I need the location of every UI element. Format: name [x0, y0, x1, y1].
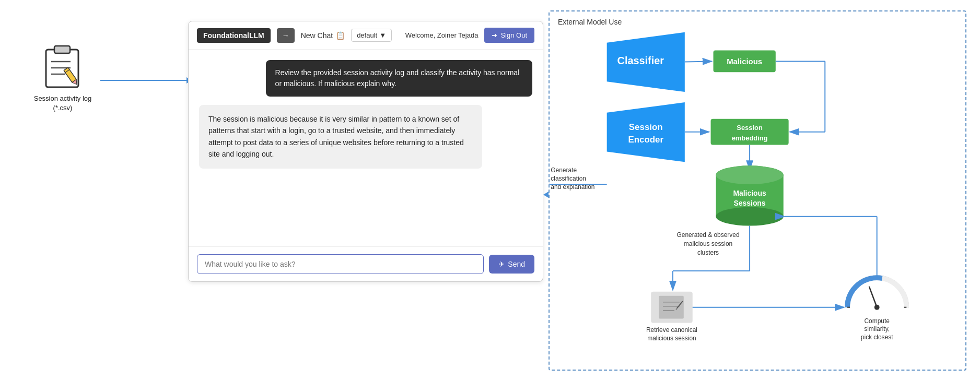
svg-rect-1 [54, 46, 70, 53]
svg-text:clusters: clusters [697, 249, 719, 256]
svg-rect-15 [711, 119, 789, 145]
svg-text:Session: Session [737, 124, 763, 132]
classifier-shape [607, 32, 685, 92]
chat-messages: Review the provided session activity log… [189, 50, 543, 246]
left-section: Session activity log (*.csv) [16, 42, 110, 113]
svg-rect-25 [716, 175, 783, 217]
clipboard-icon [42, 42, 84, 89]
svg-rect-13 [713, 51, 775, 73]
svg-text:Compute: Compute [864, 317, 890, 325]
copy-icon: 📋 [336, 31, 345, 40]
svg-text:pick closest: pick closest [861, 334, 893, 341]
send-button[interactable]: ✈ Send [489, 255, 534, 274]
svg-text:Generated & observed: Generated & observed [677, 231, 740, 239]
diagram-container: External Model Use Classifier Session En… [549, 10, 966, 371]
chat-logo: FoundationalLLM [197, 28, 271, 43]
left-to-chat-arrow [100, 77, 192, 84]
svg-text:Malicious: Malicious [733, 189, 766, 197]
svg-text:Session: Session [629, 122, 663, 132]
svg-rect-45 [659, 296, 684, 319]
svg-point-26 [716, 207, 783, 226]
svg-text:malicious session: malicious session [647, 335, 696, 342]
chat-input[interactable] [197, 254, 484, 274]
diagram-title: External Model Use [558, 18, 622, 26]
svg-line-49 [677, 301, 683, 308]
diagram-svg: Classifier Session Encoder Malicious Ses… [550, 11, 965, 370]
svg-point-27 [716, 165, 783, 184]
svg-text:Retrieve canonical: Retrieve canonical [646, 326, 697, 334]
chevron-down-icon: ▼ [379, 31, 386, 39]
send-icon: ✈ [498, 260, 505, 268]
svg-text:malicious session: malicious session [684, 240, 732, 247]
dropdown-button[interactable]: default ▼ [351, 29, 392, 42]
svg-text:embedding: embedding [732, 134, 768, 142]
svg-text:similarity,: similarity, [864, 325, 890, 332]
chat-arrow-button[interactable]: → [277, 28, 295, 43]
new-chat-label: New Chat 📋 [301, 31, 345, 40]
svg-text:Classifier: Classifier [617, 55, 664, 66]
svg-line-37 [869, 287, 877, 307]
chat-container: FoundationalLLM → New Chat 📋 default ▼ W… [188, 21, 543, 282]
welcome-text: Welcome, Zoiner Tejada [405, 31, 479, 39]
user-message: Review the provided session activity log… [266, 60, 532, 97]
chat-input-area: ✈ Send [189, 246, 543, 281]
svg-line-50 [676, 308, 677, 310]
svg-point-38 [874, 305, 880, 310]
svg-text:and explanation: and explanation [551, 183, 594, 191]
signout-button[interactable]: ➜ Sign Out [484, 28, 534, 43]
chat-header: FoundationalLLM → New Chat 📋 default ▼ W… [189, 21, 543, 50]
signout-icon: ➜ [492, 31, 497, 39]
svg-text:Encoder: Encoder [628, 135, 663, 145]
svg-rect-44 [651, 292, 693, 323]
svg-point-24 [716, 165, 783, 184]
svg-text:Sessions: Sessions [734, 199, 766, 207]
encoder-shape [607, 102, 685, 162]
svg-text:Malicious: Malicious [727, 57, 762, 66]
assistant-message: The session is malicious because it is v… [199, 105, 482, 169]
svg-line-18 [685, 61, 712, 62]
svg-text:Generate: Generate [551, 167, 577, 174]
session-log-label: Session activity log (*.csv) [34, 94, 92, 113]
svg-text:classification: classification [551, 175, 586, 182]
